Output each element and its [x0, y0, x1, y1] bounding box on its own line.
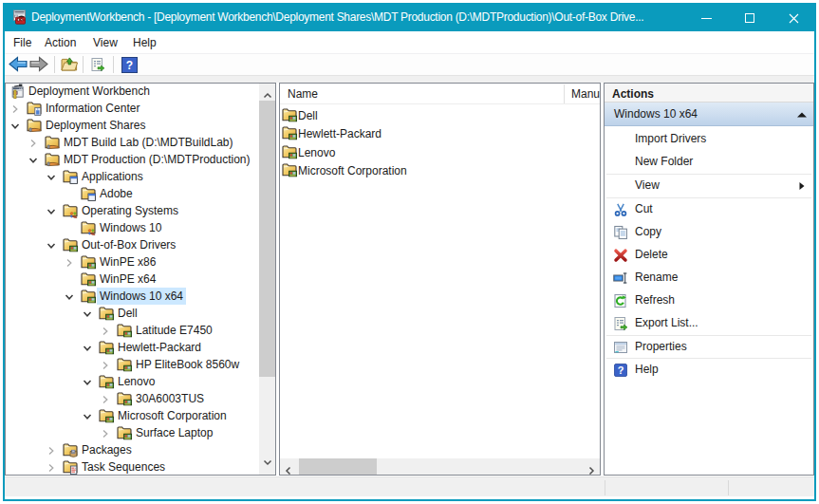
svg-text:?: ?: [126, 59, 133, 72]
svg-text:?: ?: [618, 364, 624, 376]
